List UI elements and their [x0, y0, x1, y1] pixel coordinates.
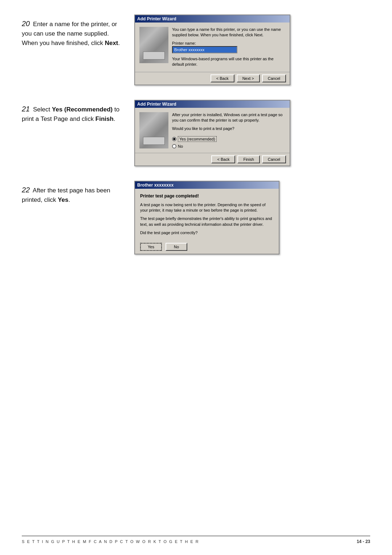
step-20-desc: Enter a name for the printer, or you can…: [22, 21, 117, 46]
printer-name-label: Printer name:: [172, 41, 285, 45]
radio-yes-item[interactable]: Yes (recommended): [172, 136, 285, 142]
dialog-20-description: You can type a name for this printer, or…: [172, 27, 285, 38]
brother-para1: A test page is now being sent to the pri…: [140, 202, 274, 213]
dialog-21-titlebar: Add Printer Wizard: [135, 101, 290, 108]
page: 20 Enter a name for the printer, or you …: [0, 0, 392, 555]
brother-question: Did the test page print correctly?: [140, 230, 274, 236]
brother-body-22: Printer test page completed! A test page…: [135, 189, 279, 240]
step-20-bold: Next: [105, 40, 118, 46]
dialog-21-title: Add Printer Wizard: [137, 102, 176, 107]
step-22-text: 22 After the test page has been printed,…: [22, 181, 123, 205]
brother-dialog-22: Brother xxxxxxxx Printer test page compl…: [134, 181, 279, 255]
brother-title-22: Brother xxxxxxxx: [137, 183, 173, 188]
back-button-21[interactable]: < Back: [211, 155, 235, 163]
dialog-21-main: After your printer is installed, Windows…: [172, 112, 285, 148]
back-button-20[interactable]: < Back: [211, 74, 234, 82]
step-20-content: Add Printer Wizard You can type a name f…: [134, 15, 370, 85]
dialog-21-footer: < Back Finish Cancel: [135, 153, 290, 166]
add-printer-wizard-dialog-21: Add Printer Wizard After your printer is…: [134, 100, 290, 166]
brother-footer-22: Yes No: [135, 240, 279, 254]
step-21-desc-pre: Select: [33, 106, 52, 113]
dialog-21-question: Would you like to print a test page?: [172, 126, 285, 131]
radio-yes-circle[interactable]: [172, 137, 176, 141]
dialog-21-body: After your printer is installed, Windows…: [135, 108, 290, 153]
step-20-number: 20: [22, 20, 30, 28]
no-button-22[interactable]: No: [166, 243, 187, 251]
step-21-text: 21 Select Yes (Recommended) to print a T…: [22, 100, 123, 124]
dialog-20-default-text: Your Windows-based programs will use thi…: [172, 56, 285, 68]
step-22-number: 22: [22, 186, 30, 194]
step-20-section: 20 Enter a name for the printer, or you …: [22, 15, 370, 85]
dialog-20-titlebar: Add Printer Wizard: [135, 15, 290, 23]
step-21-content: Add Printer Wizard After your printer is…: [134, 100, 370, 166]
printer-name-input[interactable]: [172, 46, 237, 53]
step-22-bold: Yes: [58, 196, 68, 203]
cancel-button-20[interactable]: Cancel: [262, 74, 286, 82]
dialog-20-body: You can type a name for this printer, or…: [135, 23, 290, 72]
step-21-bold1: Yes (Recommended): [52, 106, 113, 113]
step-22-section: 22 After the test page has been printed,…: [22, 181, 370, 255]
printer-name-group: Printer name:: [172, 41, 285, 53]
dialog-20-main: You can type a name for this printer, or…: [172, 27, 285, 68]
step-20-text: 20 Enter a name for the printer, or you …: [22, 15, 123, 48]
radio-no-circle[interactable]: [172, 144, 176, 148]
footer-page-number: 14 - 23: [357, 539, 370, 544]
brother-para2: The test page briefly demonstrates the p…: [140, 216, 274, 227]
step-21-number: 21: [22, 105, 30, 113]
dialog-21-description: After your printer is installed, Windows…: [172, 112, 285, 123]
page-footer: S E T T I N G U P T H E M F C A N D P C …: [22, 536, 370, 544]
dialog-20-title: Add Printer Wizard: [137, 16, 176, 21]
printer-image-20: [139, 27, 168, 63]
radio-group-21: Yes (recommended) No: [172, 136, 285, 148]
brother-titlebar-22: Brother xxxxxxxx: [135, 181, 279, 189]
cancel-button-21[interactable]: Cancel: [262, 155, 286, 163]
next-button-20[interactable]: Next >: [237, 74, 260, 82]
radio-no-label: No: [178, 144, 183, 148]
step-22-content: Brother xxxxxxxx Printer test page compl…: [134, 181, 370, 255]
completed-label: Printer test page completed!: [140, 193, 274, 199]
step-21-bold2: Finish: [95, 115, 114, 122]
dialog-20-footer: < Back Next > Cancel: [135, 72, 290, 85]
radio-no-item[interactable]: No: [172, 144, 285, 148]
add-printer-wizard-dialog-20: Add Printer Wizard You can type a name f…: [134, 15, 290, 85]
finish-button-21[interactable]: Finish: [237, 155, 260, 163]
footer-text: S E T T I N G U P T H E M F C A N D P C …: [22, 539, 199, 544]
radio-yes-label: Yes (recommended): [178, 136, 217, 142]
yes-button-22[interactable]: Yes: [140, 243, 162, 251]
printer-image-21: [139, 112, 168, 148]
step-21-section: 21 Select Yes (Recommended) to print a T…: [22, 100, 370, 166]
